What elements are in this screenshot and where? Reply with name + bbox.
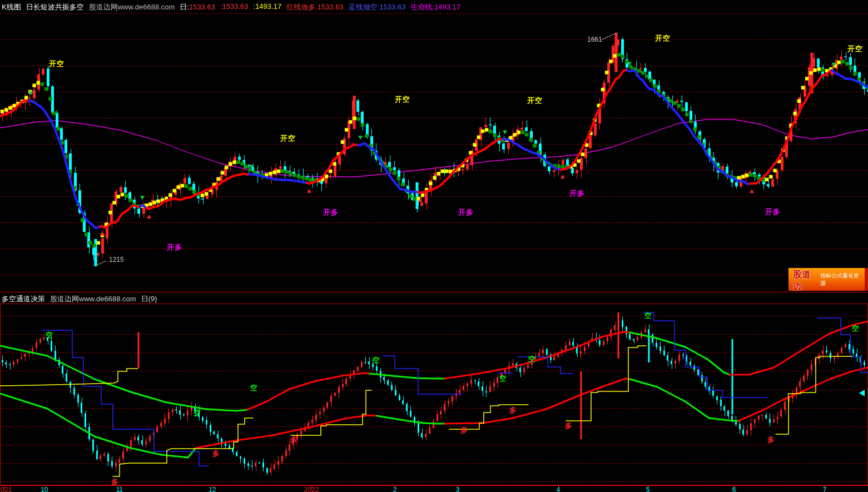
signal-short: 空 — [194, 408, 201, 418]
signal-open-short: 开空 — [280, 133, 296, 143]
signal-short: 空 — [373, 355, 380, 365]
signal-open-short: 开空 — [49, 59, 65, 69]
axis-label: 7 — [823, 486, 827, 492]
signal-long: 多 — [460, 425, 468, 435]
price-extreme-label: 1215 — [109, 256, 124, 264]
signal-open-long: 开多 — [569, 188, 585, 198]
signal-short: 空 — [499, 374, 507, 384]
signal-open-long: 开多 — [323, 207, 339, 217]
panel1-header-item: :1493.17 — [254, 2, 282, 12]
signal-open-short: 开空 — [655, 33, 671, 43]
signal-open-short: 开空 — [527, 96, 543, 106]
signal-short: 空 — [46, 330, 53, 340]
axis-label: 6 — [732, 486, 736, 492]
axis-label: 11 — [116, 486, 123, 492]
signal-open-long: 开多 — [458, 207, 474, 217]
panel1-header-item: K线图 — [2, 2, 21, 12]
logo-tagline: 指标公式量化资源 — [820, 272, 861, 287]
panel1-header-item: 红线做多:1533.63 — [286, 2, 344, 12]
signal-open-short: 开空 — [847, 44, 863, 54]
axis-label: 2 — [393, 486, 397, 492]
panel2-period: 日(9) — [141, 294, 157, 304]
panel1-header-item: 蓝线做空:1533.63 — [349, 2, 406, 12]
signal-long: 多 — [565, 421, 573, 431]
panel1-header: K线图日长短波共振多空股道边网www.de6688.com日:1533.63:1… — [2, 2, 460, 12]
axis-label: 4 — [557, 486, 561, 492]
signal-long: 多 — [767, 435, 775, 445]
panel1-header-item: :1533.63 — [220, 2, 249, 12]
axis-label: 2022 — [304, 486, 319, 492]
signal-long: 多 — [212, 449, 220, 459]
signal-open-long: 开多 — [765, 207, 781, 217]
panel2-title: 多空通道决策 — [2, 294, 45, 304]
panel2-header: 多空通道决策 股道边网www.de6688.com 日(9) — [2, 294, 157, 304]
signal-short: 空 — [852, 324, 860, 334]
axis-label: 12 — [209, 486, 216, 492]
axis-label: 10 — [41, 486, 48, 492]
signal-open-short: 开空 — [395, 95, 410, 105]
signal-short: 空 — [250, 383, 258, 393]
panel1-header-item: 生命线:1493.17 — [410, 2, 460, 12]
panel1-header-item: 日长短波共振多空 — [26, 2, 84, 12]
panel1-header-item: 日:1533.63 — [180, 2, 215, 12]
signal-long: 多 — [290, 435, 298, 445]
panel2-site: 股道边网www.de6688.com — [50, 294, 136, 304]
panel1-header-item: 股道边网www.de6688.com — [89, 2, 175, 12]
logo: 股道边 指标公式量化资源 www.de6688.com — [788, 268, 868, 291]
chart-canvas[interactable] — [0, 0, 868, 492]
axis-label: 5 — [646, 486, 650, 492]
signal-long: 多 — [509, 405, 517, 415]
logo-brand: 股道边 — [793, 269, 817, 291]
signal-short: 空 — [528, 354, 536, 364]
price-extreme-label: 1661 — [587, 36, 602, 43]
axis-label: 2021 — [0, 486, 12, 492]
trading-app-window: K线图日长短波共振多空股道边网www.de6688.com日:1533.63:1… — [0, 0, 868, 492]
signal-short: 空 — [644, 311, 652, 321]
axis-label: 3 — [456, 486, 460, 492]
signal-open-long: 开多 — [167, 242, 182, 252]
